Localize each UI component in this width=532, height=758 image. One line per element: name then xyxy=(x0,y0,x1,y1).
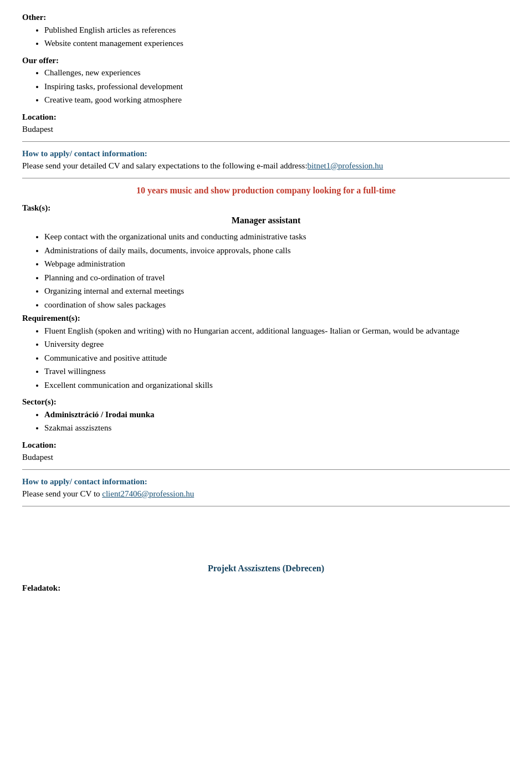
sector-bold: Adminisztráció / Irodai munka xyxy=(44,410,155,419)
location-label-1: Location: xyxy=(22,112,57,121)
job2-title-section: Projekt Asszisztens (Debrecen) xyxy=(22,562,510,575)
list-item: Planning and co-ordination of travel xyxy=(44,272,510,284)
job1-title-section: 10 years music and show production compa… xyxy=(22,184,510,197)
apply-email-1[interactable]: bitnet1@profession.hu xyxy=(308,161,383,170)
other-list: Published English articles as references… xyxy=(44,24,510,50)
apply-heading-2: How to apply/ contact information: xyxy=(22,475,510,488)
list-item: Inspiring tasks, professional developmen… xyxy=(44,80,510,93)
divider-3 xyxy=(22,469,510,470)
job1-title-line: 10 years music and show production compa… xyxy=(22,184,510,197)
job1-sectors-list: Adminisztráció / Irodai munka Szakmai as… xyxy=(44,408,510,434)
apply-text-body-2: Please send your CV to xyxy=(22,489,102,498)
apply-text-body-1: Please send your detailed CV and salary … xyxy=(22,161,308,170)
apply-section-2: How to apply/ contact information: Pleas… xyxy=(22,475,510,500)
location-section-1: Location: Budapest xyxy=(22,111,510,136)
location-value-1: Budapest xyxy=(22,125,53,134)
apply-email-2[interactable]: client27406@profession.hu xyxy=(102,489,194,498)
list-item: Excellent communication and organization… xyxy=(44,379,510,392)
list-item: Creative team, good working atmosphere xyxy=(44,94,510,106)
job2-title: Projekt Asszisztens (Debrecen) xyxy=(22,562,510,575)
list-item: coordination of show sales packages xyxy=(44,299,510,311)
our-offer-section: Our offer: Challenges, new experiences I… xyxy=(22,54,510,106)
list-item: Adminisztráció / Irodai munka xyxy=(44,408,510,421)
divider-4 xyxy=(22,506,510,506)
list-item: Fluent English (spoken and writing) with… xyxy=(44,325,510,337)
job1-tasks-list: Keep contact with the organizational uni… xyxy=(44,231,510,311)
apply-section-1: How to apply/ contact information: Pleas… xyxy=(22,147,510,172)
job1-location-value: Budapest xyxy=(22,453,53,462)
list-item: Published English articles as references xyxy=(44,24,510,37)
other-label: Other: xyxy=(22,13,46,22)
job1-requirements-label: Requirement(s): xyxy=(22,314,80,322)
apply-text-1: Please send your detailed CV and salary … xyxy=(22,160,510,172)
list-item: Challenges, new experiences xyxy=(44,66,510,79)
our-offer-list: Challenges, new experiences Inspiring ta… xyxy=(44,66,510,106)
list-item: Communicative and positive attitude xyxy=(44,352,510,365)
job1-sectors-section: Sector(s): Adminisztráció / Irodai munka… xyxy=(22,396,510,434)
list-item: Travel willingness xyxy=(44,365,510,378)
our-offer-label: Our offer: xyxy=(22,56,59,65)
job1-section: Task(s): Manager assistant Keep contact … xyxy=(22,202,510,311)
job1-location-label: Location: xyxy=(22,441,57,449)
list-item: Administrations of daily mails, document… xyxy=(44,244,510,257)
list-item: Webpage administration xyxy=(44,258,510,270)
job2-feladatok-section: Feladatok: xyxy=(22,582,510,595)
list-item: Website content management experiences xyxy=(44,37,510,50)
job1-requirements-list: Fluent English (spoken and writing) with… xyxy=(44,325,510,392)
list-item: Organizing internal and external meeting… xyxy=(44,285,510,298)
job1-requirements-section: Requirement(s): Fluent English (spoken a… xyxy=(22,312,510,391)
job1-sectors-label: Sector(s): xyxy=(22,397,57,406)
apply-text-2: Please send your CV to client27406@profe… xyxy=(22,488,510,500)
list-item: Szakmai asszisztens xyxy=(44,422,510,434)
job1-location-section: Location: Budapest xyxy=(22,439,510,464)
list-item: Keep contact with the organizational uni… xyxy=(44,231,510,243)
other-section: Other: Published English articles as ref… xyxy=(22,11,510,50)
divider-1 xyxy=(22,141,510,142)
job2-feladatok-label: Feladatok: xyxy=(22,583,60,592)
apply-heading-1: How to apply/ contact information: xyxy=(22,147,510,160)
job1-position: Manager assistant xyxy=(22,214,510,227)
list-item: University degree xyxy=(44,338,510,351)
divider-2 xyxy=(22,178,510,178)
job1-tasks-label: Task(s): xyxy=(22,203,50,212)
